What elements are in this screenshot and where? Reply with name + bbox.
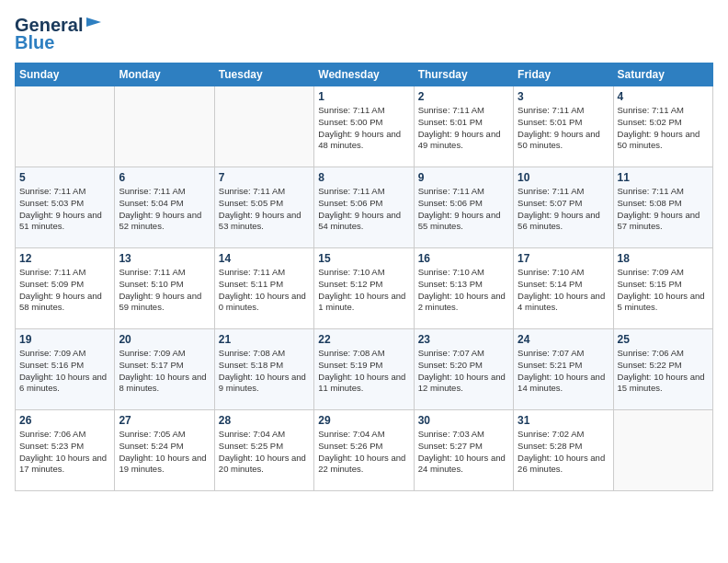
calendar-cell xyxy=(214,86,313,167)
page-container: General Blue SundayMondayTuesdayWednesda… xyxy=(0,0,728,499)
logo-flag-icon xyxy=(85,17,101,30)
day-number: 13 xyxy=(119,252,210,265)
day-number: 24 xyxy=(518,333,609,346)
calendar-cell: 25Sunrise: 7:06 AM Sunset: 5:22 PM Dayli… xyxy=(613,329,712,410)
calendar-cell: 5Sunrise: 7:11 AM Sunset: 5:03 PM Daylig… xyxy=(16,167,115,248)
day-info: Sunrise: 7:11 AM Sunset: 5:00 PM Dayligh… xyxy=(318,105,409,152)
weekday-header-thursday: Thursday xyxy=(414,63,513,86)
weekday-header-tuesday: Tuesday xyxy=(214,63,313,86)
day-number: 1 xyxy=(318,90,409,103)
header: General Blue xyxy=(15,15,713,53)
weekday-header-sunday: Sunday xyxy=(16,63,115,86)
calendar-cell: 16Sunrise: 7:10 AM Sunset: 5:13 PM Dayli… xyxy=(414,248,513,329)
day-number: 27 xyxy=(119,414,210,427)
calendar-cell: 31Sunrise: 7:02 AM Sunset: 5:28 PM Dayli… xyxy=(514,410,613,491)
day-info: Sunrise: 7:10 AM Sunset: 5:14 PM Dayligh… xyxy=(518,267,609,314)
calendar-cell: 19Sunrise: 7:09 AM Sunset: 5:16 PM Dayli… xyxy=(16,329,115,410)
day-number: 8 xyxy=(318,171,409,184)
day-info: Sunrise: 7:10 AM Sunset: 5:13 PM Dayligh… xyxy=(418,267,509,314)
calendar: SundayMondayTuesdayWednesdayThursdayFrid… xyxy=(15,63,713,491)
day-info: Sunrise: 7:11 AM Sunset: 5:01 PM Dayligh… xyxy=(518,105,609,152)
day-number: 9 xyxy=(418,171,509,184)
calendar-cell: 24Sunrise: 7:07 AM Sunset: 5:21 PM Dayli… xyxy=(514,329,613,410)
calendar-cell: 3Sunrise: 7:11 AM Sunset: 5:01 PM Daylig… xyxy=(514,86,613,167)
day-info: Sunrise: 7:10 AM Sunset: 5:12 PM Dayligh… xyxy=(318,267,409,314)
calendar-cell: 12Sunrise: 7:11 AM Sunset: 5:09 PM Dayli… xyxy=(16,248,115,329)
day-info: Sunrise: 7:05 AM Sunset: 5:24 PM Dayligh… xyxy=(119,429,210,476)
day-info: Sunrise: 7:11 AM Sunset: 5:02 PM Dayligh… xyxy=(618,105,709,152)
calendar-cell: 13Sunrise: 7:11 AM Sunset: 5:10 PM Dayli… xyxy=(115,248,214,329)
day-info: Sunrise: 7:11 AM Sunset: 5:08 PM Dayligh… xyxy=(618,186,709,233)
day-info: Sunrise: 7:04 AM Sunset: 5:26 PM Dayligh… xyxy=(318,429,409,476)
day-info: Sunrise: 7:03 AM Sunset: 5:27 PM Dayligh… xyxy=(418,429,509,476)
day-info: Sunrise: 7:11 AM Sunset: 5:10 PM Dayligh… xyxy=(119,267,210,314)
day-number: 23 xyxy=(418,333,509,346)
calendar-cell: 27Sunrise: 7:05 AM Sunset: 5:24 PM Dayli… xyxy=(115,410,214,491)
day-info: Sunrise: 7:04 AM Sunset: 5:25 PM Dayligh… xyxy=(219,429,310,476)
calendar-cell: 18Sunrise: 7:09 AM Sunset: 5:15 PM Dayli… xyxy=(613,248,712,329)
day-number: 14 xyxy=(219,252,310,265)
day-info: Sunrise: 7:11 AM Sunset: 5:01 PM Dayligh… xyxy=(418,105,509,152)
week-row-3: 12Sunrise: 7:11 AM Sunset: 5:09 PM Dayli… xyxy=(16,248,713,329)
calendar-cell: 6Sunrise: 7:11 AM Sunset: 5:04 PM Daylig… xyxy=(115,167,214,248)
calendar-cell: 21Sunrise: 7:08 AM Sunset: 5:18 PM Dayli… xyxy=(214,329,313,410)
calendar-cell: 23Sunrise: 7:07 AM Sunset: 5:20 PM Dayli… xyxy=(414,329,513,410)
day-number: 22 xyxy=(318,333,409,346)
day-number: 11 xyxy=(618,171,709,184)
day-info: Sunrise: 7:11 AM Sunset: 5:06 PM Dayligh… xyxy=(418,186,509,233)
day-info: Sunrise: 7:11 AM Sunset: 5:04 PM Dayligh… xyxy=(119,186,210,233)
day-number: 2 xyxy=(418,90,509,103)
calendar-cell xyxy=(115,86,214,167)
day-number: 29 xyxy=(318,414,409,427)
day-info: Sunrise: 7:09 AM Sunset: 5:15 PM Dayligh… xyxy=(618,267,709,314)
day-number: 31 xyxy=(518,414,609,427)
calendar-cell: 7Sunrise: 7:11 AM Sunset: 5:05 PM Daylig… xyxy=(214,167,313,248)
day-number: 16 xyxy=(418,252,509,265)
weekday-header-row: SundayMondayTuesdayWednesdayThursdayFrid… xyxy=(16,63,713,86)
calendar-cell: 11Sunrise: 7:11 AM Sunset: 5:08 PM Dayli… xyxy=(613,167,712,248)
week-row-4: 19Sunrise: 7:09 AM Sunset: 5:16 PM Dayli… xyxy=(16,329,713,410)
calendar-cell: 15Sunrise: 7:10 AM Sunset: 5:12 PM Dayli… xyxy=(314,248,414,329)
day-info: Sunrise: 7:09 AM Sunset: 5:17 PM Dayligh… xyxy=(119,348,210,395)
day-number: 3 xyxy=(518,90,609,103)
day-number: 10 xyxy=(518,171,609,184)
day-number: 4 xyxy=(618,90,709,103)
day-info: Sunrise: 7:07 AM Sunset: 5:20 PM Dayligh… xyxy=(418,348,509,395)
calendar-cell: 28Sunrise: 7:04 AM Sunset: 5:25 PM Dayli… xyxy=(214,410,313,491)
day-info: Sunrise: 7:11 AM Sunset: 5:05 PM Dayligh… xyxy=(219,186,310,233)
calendar-cell: 2Sunrise: 7:11 AM Sunset: 5:01 PM Daylig… xyxy=(414,86,513,167)
calendar-cell: 1Sunrise: 7:11 AM Sunset: 5:00 PM Daylig… xyxy=(314,86,414,167)
day-info: Sunrise: 7:11 AM Sunset: 5:03 PM Dayligh… xyxy=(19,186,110,233)
logo-blue: Blue xyxy=(15,32,54,53)
day-info: Sunrise: 7:02 AM Sunset: 5:28 PM Dayligh… xyxy=(518,429,609,476)
day-number: 5 xyxy=(19,171,110,184)
day-number: 15 xyxy=(318,252,409,265)
weekday-header-monday: Monday xyxy=(115,63,214,86)
svg-marker-0 xyxy=(86,17,101,27)
day-info: Sunrise: 7:06 AM Sunset: 5:22 PM Dayligh… xyxy=(618,348,709,395)
day-number: 21 xyxy=(219,333,310,346)
calendar-cell: 4Sunrise: 7:11 AM Sunset: 5:02 PM Daylig… xyxy=(613,86,712,167)
day-info: Sunrise: 7:08 AM Sunset: 5:18 PM Dayligh… xyxy=(219,348,310,395)
calendar-cell xyxy=(16,86,115,167)
day-info: Sunrise: 7:11 AM Sunset: 5:09 PM Dayligh… xyxy=(19,267,110,314)
calendar-cell: 17Sunrise: 7:10 AM Sunset: 5:14 PM Dayli… xyxy=(514,248,613,329)
day-number: 18 xyxy=(618,252,709,265)
calendar-cell: 22Sunrise: 7:08 AM Sunset: 5:19 PM Dayli… xyxy=(314,329,414,410)
day-number: 17 xyxy=(518,252,609,265)
week-row-1: 1Sunrise: 7:11 AM Sunset: 5:00 PM Daylig… xyxy=(16,86,713,167)
calendar-cell: 8Sunrise: 7:11 AM Sunset: 5:06 PM Daylig… xyxy=(314,167,414,248)
calendar-cell: 14Sunrise: 7:11 AM Sunset: 5:11 PM Dayli… xyxy=(214,248,313,329)
logo: General Blue xyxy=(15,15,101,53)
day-number: 30 xyxy=(418,414,509,427)
week-row-2: 5Sunrise: 7:11 AM Sunset: 5:03 PM Daylig… xyxy=(16,167,713,248)
weekday-header-friday: Friday xyxy=(514,63,613,86)
day-info: Sunrise: 7:11 AM Sunset: 5:06 PM Dayligh… xyxy=(318,186,409,233)
day-info: Sunrise: 7:11 AM Sunset: 5:07 PM Dayligh… xyxy=(518,186,609,233)
day-number: 28 xyxy=(219,414,310,427)
calendar-cell xyxy=(613,410,712,491)
day-number: 7 xyxy=(219,171,310,184)
day-info: Sunrise: 7:08 AM Sunset: 5:19 PM Dayligh… xyxy=(318,348,409,395)
day-info: Sunrise: 7:11 AM Sunset: 5:11 PM Dayligh… xyxy=(219,267,310,314)
calendar-cell: 20Sunrise: 7:09 AM Sunset: 5:17 PM Dayli… xyxy=(115,329,214,410)
